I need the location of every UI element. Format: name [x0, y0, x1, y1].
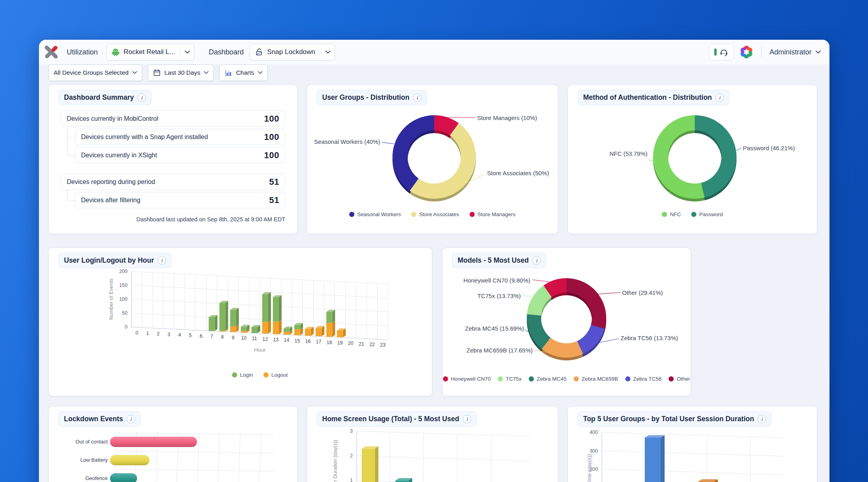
summary-row: Devices currently in XSight 100: [75, 147, 285, 163]
card-title: Models - 5 Most Used: [458, 256, 529, 265]
legend-label: Login: [240, 372, 253, 378]
legend-label: NFC: [670, 211, 681, 217]
svg-text:18: 18: [327, 340, 332, 345]
donut-callout: TC75x (13.73%): [477, 292, 521, 299]
device-groups-filter[interactable]: All Device Groups Selected: [48, 64, 142, 81]
summary-row-label: Devices reporting during period: [67, 178, 155, 186]
info-icon[interactable]: i: [532, 256, 541, 265]
xsight-logo-icon[interactable]: [44, 45, 59, 60]
support-button[interactable]: [709, 44, 734, 60]
donut-callout: Zebra MC659B (17.65%): [466, 347, 533, 354]
info-icon[interactable]: i: [137, 93, 146, 102]
legend-item[interactable]: Store Managers: [470, 211, 516, 217]
legend-item[interactable]: Zebra MC45: [529, 376, 566, 382]
device-groups-filter-label: All Device Groups Selected: [54, 69, 129, 76]
callout-leader-lines: [443, 248, 690, 396]
ai-star-icon[interactable]: [740, 45, 753, 59]
user-groups-distribution-card: User Groups - Distribution i Store Manag…: [307, 85, 558, 234]
svg-text:8: 8: [221, 334, 224, 340]
info-icon[interactable]: i: [758, 415, 766, 423]
summary-row-label: Devices currently in MobiControl: [67, 115, 158, 122]
view-mode-filter-label: Charts: [236, 69, 254, 76]
svg-text:4: 4: [178, 332, 181, 338]
legend-swatch: [691, 212, 696, 217]
legend-swatch: [411, 212, 416, 217]
chevron-down-icon: [132, 71, 137, 74]
legend-swatch: [662, 212, 667, 217]
legend-item[interactable]: Login: [232, 372, 253, 378]
info-icon[interactable]: i: [158, 256, 166, 265]
svg-text:3: 3: [168, 332, 170, 337]
legend-item[interactable]: Zebra MC659B: [574, 376, 618, 382]
legend-item[interactable]: Honeywell CN70: [443, 376, 491, 382]
legend-item[interactable]: Other: [669, 376, 690, 382]
status-pill: [714, 48, 717, 56]
legend-label: Store Associates: [419, 211, 459, 217]
device-group-dropdown[interactable]: Rocket Retail L...: [106, 44, 194, 60]
headset-icon: [719, 47, 729, 57]
legend-item[interactable]: TC75x: [498, 376, 522, 382]
svg-text:Geofence: Geofence: [85, 475, 108, 481]
legend-item[interactable]: NFC: [662, 211, 681, 217]
legend-item[interactable]: Seasonal Workers: [349, 211, 401, 217]
info-icon[interactable]: i: [715, 93, 724, 102]
svg-text:Time (day(s)): Time (day(s)): [586, 454, 592, 482]
svg-text:2: 2: [157, 331, 160, 337]
legend-item[interactable]: Zebra TC56: [625, 376, 662, 382]
legend-swatch: [263, 372, 269, 377]
date-range-filter[interactable]: Last 30 Days: [148, 64, 214, 81]
summary-row-value: 51: [269, 195, 279, 205]
summary-row: Devices currently in MobiControl 100: [61, 110, 285, 127]
legend-label: Password: [699, 211, 723, 217]
info-icon[interactable]: i: [127, 415, 135, 423]
chevron-down-icon: [258, 71, 263, 74]
svg-text:Number of Events: Number of Events: [108, 278, 114, 320]
info-icon[interactable]: i: [413, 93, 421, 102]
header-right-cluster: Administrator: [709, 44, 821, 60]
donut-callout: Honeywell CN70 (9.80%): [464, 277, 530, 284]
svg-text:7: 7: [210, 334, 213, 339]
card-title: Lockdown Events: [64, 415, 123, 423]
card-title-chip: Method of Authentication - Distribution …: [578, 90, 729, 105]
dashboard-selector-dropdown[interactable]: Snap Lockdown: [249, 44, 335, 60]
lockdown-events-card: Out of contactLow BatteryGeofence Lockdo…: [48, 406, 298, 482]
divider: [761, 46, 762, 58]
legend-label: Store Managers: [477, 211, 516, 217]
svg-text:400: 400: [590, 430, 598, 435]
user-menu[interactable]: Administrator: [769, 48, 821, 56]
legend-item[interactable]: Store Associates: [411, 211, 459, 217]
summary-row: Devices after filtering 51: [75, 192, 285, 208]
dashboard-screen: { "header": { "logo_icon": "xsight-x-log…: [0, 0, 868, 482]
bar-chart-icon: [224, 69, 232, 77]
legend-swatch: [349, 212, 354, 217]
legend-label: TC75x: [506, 376, 522, 382]
svg-text:22: 22: [369, 342, 375, 347]
svg-text:100: 100: [119, 296, 128, 302]
dashboard-selector-value: Snap Lockdown: [267, 48, 315, 56]
card-title: Dashboard Summary: [64, 93, 134, 102]
view-mode-filter[interactable]: Charts: [219, 64, 268, 81]
divider: [180, 48, 181, 56]
info-icon[interactable]: i: [463, 415, 471, 423]
legend-label: Zebra TC56: [633, 376, 662, 382]
legend-item[interactable]: Logout: [263, 372, 288, 378]
summary-row: Devices currently with a Snap Agent inst…: [75, 129, 285, 145]
card-title: Top 5 User Groups - by Total User Sessio…: [583, 415, 754, 423]
legend-label: Honeywell CN70: [451, 376, 491, 382]
svg-text:15: 15: [294, 338, 300, 344]
last-updated-text: Dashboard last updated on Sep 8th, 2025 …: [136, 216, 285, 223]
chevron-down-icon: [204, 71, 209, 74]
svg-text:150: 150: [119, 283, 128, 288]
models-most-used-card: Models - 5 Most Used i Honeywell CN70 (9…: [442, 248, 691, 396]
summary-row-label: Devices currently in XSight: [81, 152, 157, 159]
svg-text:50: 50: [122, 310, 128, 316]
svg-text:19: 19: [337, 340, 343, 346]
legend-item[interactable]: Password: [691, 211, 723, 217]
svg-text:14: 14: [284, 337, 289, 343]
chart-legend: NFCPassword: [568, 211, 817, 217]
donut-callout: Zebra MC45 (15.69%): [465, 325, 524, 332]
donut-callout: Store Managers (10%): [477, 114, 537, 121]
donut-callout: Zebra TC56 (13.73%): [621, 335, 678, 341]
card-title: Method of Authentication - Distribution: [583, 93, 712, 102]
legend-label: Zebra MC659B: [582, 376, 618, 382]
